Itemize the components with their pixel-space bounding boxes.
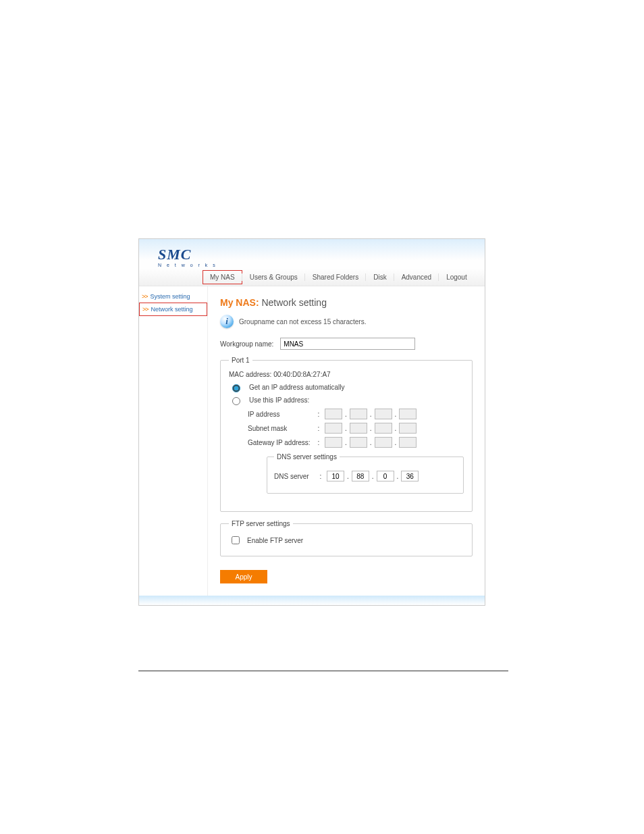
- tab-users-groups[interactable]: Users & Groups: [242, 270, 305, 284]
- apply-button[interactable]: Apply: [220, 570, 267, 583]
- app-window: SMC N e t w o r k s My NAS Users & Group…: [138, 238, 485, 606]
- ip-address-label: IP address: [248, 411, 313, 418]
- ip-octet-3[interactable]: [375, 409, 392, 419]
- ftp-fieldset: FTP server settings Enable FTP server: [220, 520, 473, 556]
- port1-legend: Port 1: [229, 357, 252, 364]
- ip-octet-1[interactable]: [325, 409, 342, 419]
- mask-octet-1[interactable]: [325, 423, 342, 434]
- info-icon: i: [220, 315, 234, 328]
- gw-octet-1[interactable]: [325, 437, 342, 448]
- sidebar-item-system-setting[interactable]: >> System setting: [139, 290, 207, 303]
- ip-octet-4[interactable]: [399, 409, 417, 419]
- ip-octet-2[interactable]: [350, 409, 367, 419]
- workgroup-row: Workgroup name:: [220, 338, 473, 350]
- dns-octet-2[interactable]: [352, 471, 369, 481]
- gw-octet-4[interactable]: [399, 437, 417, 448]
- ftp-enable-row: Enable FTP server: [229, 534, 464, 546]
- mask-octet-2[interactable]: [350, 423, 367, 434]
- dns-octet-4[interactable]: [401, 471, 419, 481]
- gateway-octets: . . .: [325, 437, 417, 448]
- sidebar-item-label: Network setting: [151, 306, 193, 313]
- chevron-icon: >>: [142, 293, 148, 300]
- mac-label: MAC address:: [229, 371, 271, 378]
- info-message: i Groupname can not excess 15 characters…: [220, 315, 473, 328]
- chevron-icon: >>: [142, 306, 149, 313]
- dns-octet-1[interactable]: [327, 471, 344, 481]
- content: My NAS: Network setting i Groupname can …: [208, 286, 485, 596]
- dns-legend: DNS server settings: [274, 453, 340, 461]
- tab-advanced[interactable]: Advanced: [394, 270, 439, 284]
- gw-octet-3[interactable]: [375, 437, 392, 448]
- port1-fieldset: Port 1 MAC address: 00:40:D0:8A:27:A7 Ge…: [220, 357, 473, 512]
- dns-label: DNS server: [274, 473, 315, 480]
- subnet-mask-octets: . . .: [325, 423, 417, 434]
- tab-shared-folders[interactable]: Shared Folders: [305, 270, 366, 284]
- dns-octets: . . .: [327, 471, 419, 481]
- mac-value: 00:40:D0:8A:27:A7: [273, 371, 331, 378]
- manual-ip-group: IP address : . . . Subnet mask :: [248, 409, 464, 494]
- tab-bar: My NAS Users & Groups Shared Folders Dis…: [139, 269, 485, 286]
- dns-octet-3[interactable]: [377, 471, 394, 481]
- subnet-mask-row: Subnet mask : . . .: [248, 423, 464, 434]
- body: >> System setting >> Network setting My …: [139, 286, 485, 596]
- mac-row: MAC address: 00:40:D0:8A:27:A7: [229, 371, 464, 378]
- logo-text: SMC: [158, 247, 191, 262]
- tab-logout[interactable]: Logout: [439, 270, 475, 284]
- sidebar-item-network-setting[interactable]: >> Network setting: [139, 303, 207, 316]
- mask-octet-4[interactable]: [399, 423, 417, 434]
- radio-manual[interactable]: [232, 397, 240, 405]
- sidebar: >> System setting >> Network setting: [139, 286, 208, 596]
- info-text: Groupname can not excess 15 characters.: [239, 318, 366, 325]
- radio-manual-row: Use this IP address:: [229, 395, 464, 405]
- title-text: Network setting: [261, 297, 326, 308]
- header: SMC N e t w o r k s: [139, 239, 485, 269]
- radio-auto-row: Get an IP address automatically: [229, 382, 464, 392]
- sidebar-item-label: System setting: [151, 293, 190, 300]
- workgroup-input[interactable]: [280, 338, 415, 350]
- radio-manual-label: Use this IP address:: [249, 396, 309, 404]
- title-prefix: My NAS:: [220, 297, 259, 308]
- logo-subtext: N e t w o r k s: [158, 263, 217, 267]
- ftp-enable-label: Enable FTP server: [247, 537, 303, 544]
- ip-address-octets: . . .: [325, 409, 417, 419]
- tab-disk[interactable]: Disk: [366, 270, 394, 284]
- ftp-legend: FTP server settings: [229, 520, 293, 527]
- page-title: My NAS: Network setting: [220, 297, 473, 308]
- ftp-enable-checkbox[interactable]: [232, 536, 240, 544]
- dns-fieldset: DNS server settings DNS server : . . .: [267, 453, 464, 494]
- mask-octet-3[interactable]: [375, 423, 392, 434]
- tab-my-nas[interactable]: My NAS: [203, 270, 242, 284]
- gateway-label: Gateway IP address:: [248, 439, 313, 446]
- radio-auto-label: Get an IP address automatically: [249, 384, 345, 391]
- page-divider: [138, 671, 508, 671]
- ip-address-row: IP address : . . .: [248, 409, 464, 419]
- subnet-mask-label: Subnet mask: [248, 425, 313, 432]
- gw-octet-2[interactable]: [350, 437, 367, 448]
- workgroup-label: Workgroup name:: [220, 340, 273, 348]
- radio-auto[interactable]: [232, 384, 240, 392]
- gateway-row: Gateway IP address: : . . .: [248, 437, 464, 448]
- logo: SMC N e t w o r k s: [158, 247, 217, 267]
- footer-bar: [139, 596, 485, 605]
